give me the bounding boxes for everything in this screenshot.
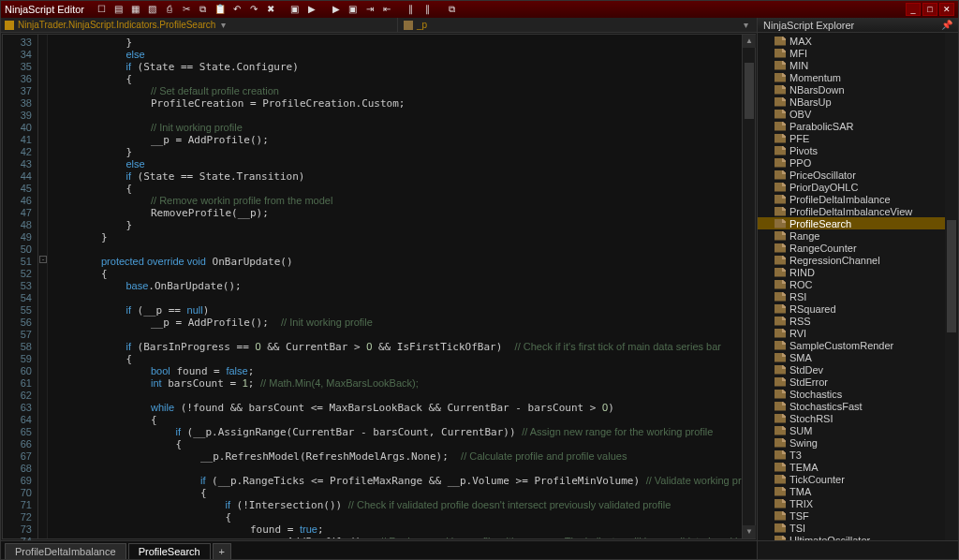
breadcrumb-path[interactable]: NinjaTrader.NinjaScript.Indicators.Profi… bbox=[18, 20, 215, 30]
explorer-item-label: StdDev bbox=[789, 364, 823, 376]
fold-column[interactable]: - bbox=[38, 35, 48, 538]
explorer-item-tsi[interactable]: TSI bbox=[758, 522, 958, 534]
new-icon[interactable]: ☐ bbox=[94, 4, 111, 15]
explorer-item-label: NBarsDown bbox=[789, 84, 845, 96]
paste-icon[interactable]: 📋 bbox=[212, 4, 229, 15]
saveall-icon[interactable]: ▧ bbox=[144, 4, 161, 15]
explorer-item-profilesearch[interactable]: ProfileSearch bbox=[758, 217, 958, 229]
scroll-thumb[interactable] bbox=[745, 63, 754, 119]
explorer-item-rind[interactable]: RIND bbox=[758, 266, 958, 278]
code-area[interactable]: 3334353637383940414243444546474849505152… bbox=[2, 34, 756, 539]
explorer-item-tema[interactable]: TEMA bbox=[758, 461, 958, 473]
stepin-icon[interactable]: ⇤ bbox=[378, 4, 395, 15]
run-icon[interactable]: ▶ bbox=[328, 4, 345, 15]
pin-icon[interactable]: 📌 bbox=[941, 20, 952, 30]
explorer-item-min[interactable]: MIN bbox=[758, 59, 958, 71]
breadcrumb-dropdown[interactable]: ▾ bbox=[215, 20, 230, 30]
member-selector[interactable]: _p ▾ bbox=[397, 18, 753, 32]
explorer-item-label: MFI bbox=[789, 48, 807, 59]
tab-add-button[interactable]: + bbox=[213, 543, 231, 559]
fold-toggle[interactable]: - bbox=[39, 256, 47, 263]
explorer-item-label: NBarsUp bbox=[789, 96, 832, 108]
cut-icon[interactable]: ✂ bbox=[178, 4, 195, 15]
explorer-item-nbarsdown[interactable]: NBarsDown bbox=[758, 83, 958, 96]
vs-icon[interactable]: ⧉ bbox=[444, 4, 461, 15]
file-icon bbox=[775, 85, 786, 95]
explorer-item-range[interactable]: Range bbox=[758, 229, 958, 242]
member-dropdown[interactable]: ▾ bbox=[738, 20, 753, 30]
explorer-item-swing[interactable]: Swing bbox=[758, 436, 958, 449]
explorer-item-stochasticsfast[interactable]: StochasticsFast bbox=[758, 400, 958, 412]
explorer-item-label: MIN bbox=[789, 60, 808, 71]
code-text[interactable]: } else if (State == State.Configure) { /… bbox=[48, 35, 742, 538]
explorer-item-profiledeltaimbalanceview[interactable]: ProfileDeltaImbalanceView bbox=[758, 205, 958, 217]
explorer-item-ultimateoscillator[interactable]: UltimateOscillator bbox=[758, 534, 958, 540]
save-icon[interactable]: ▦ bbox=[127, 4, 144, 15]
explorer-item-regressionchannel[interactable]: RegressionChannel bbox=[758, 254, 958, 266]
explorer-item-momentum[interactable]: Momentum bbox=[758, 71, 958, 83]
explorer-item-sum[interactable]: SUM bbox=[758, 424, 958, 436]
scroll-up-arrow[interactable]: ▲ bbox=[743, 35, 756, 48]
vertical-scrollbar[interactable]: ▲ ▼ bbox=[742, 35, 755, 538]
print-icon[interactable]: ⎙ bbox=[161, 4, 178, 15]
explorer-item-rsi[interactable]: RSI bbox=[758, 290, 958, 302]
explorer-item-trix[interactable]: TRIX bbox=[758, 497, 958, 509]
explorer-item-pivots[interactable]: Pivots bbox=[758, 144, 958, 156]
tab-profiledeltaimbalance[interactable]: ProfileDeltaImbalance bbox=[5, 543, 126, 559]
editor-panel: NinjaTrader.NinjaScript.Indicators.Profi… bbox=[1, 18, 758, 559]
explorer-tree[interactable]: MAXMFIMINMomentumNBarsDownNBarsUpOBVPara… bbox=[758, 33, 958, 540]
file-icon bbox=[775, 280, 786, 289]
redo-icon[interactable]: ↷ bbox=[245, 4, 262, 15]
comment-icon[interactable]: ▣ bbox=[287, 4, 303, 15]
explorer-item-parabolicsar[interactable]: ParabolicSAR bbox=[758, 120, 958, 132]
tab-profilesearch[interactable]: ProfileSearch bbox=[128, 543, 211, 559]
explorer-item-label: UltimateOscillator bbox=[789, 535, 870, 541]
close-button[interactable]: ✕ bbox=[939, 3, 954, 16]
explorer-item-priordayohlc[interactable]: PriorDayOHLC bbox=[758, 181, 958, 193]
outdent-icon[interactable]: ∥ bbox=[420, 4, 436, 15]
stepover-icon[interactable]: ⇥ bbox=[361, 4, 378, 15]
maximize-button[interactable]: □ bbox=[922, 3, 937, 16]
file-icon bbox=[775, 268, 786, 277]
explorer-item-tsf[interactable]: TSF bbox=[758, 509, 958, 522]
minimize-button[interactable]: _ bbox=[906, 3, 921, 16]
explorer-item-stddev[interactable]: StdDev bbox=[758, 363, 958, 376]
explorer-item-tickcounter[interactable]: TickCounter bbox=[758, 473, 958, 485]
explorer-item-t3[interactable]: T3 bbox=[758, 449, 958, 461]
explorer-item-profiledeltaimbalance[interactable]: ProfileDeltaImbalance bbox=[758, 193, 958, 205]
explorer-item-priceoscillator[interactable]: PriceOscillator bbox=[758, 169, 958, 181]
explorer-item-rvi[interactable]: RVI bbox=[758, 327, 958, 339]
explorer-item-rss[interactable]: RSS bbox=[758, 315, 958, 327]
explorer-item-rangecounter[interactable]: RangeCounter bbox=[758, 242, 958, 254]
indent-icon[interactable]: ∥ bbox=[403, 4, 420, 15]
uncomment-icon[interactable]: ▶ bbox=[303, 4, 320, 15]
explorer-item-stderror[interactable]: StdError bbox=[758, 376, 958, 388]
explorer-scrollbar[interactable] bbox=[945, 33, 958, 540]
explorer-item-max[interactable]: MAX bbox=[758, 35, 958, 47]
field-icon bbox=[404, 21, 413, 30]
copy-icon[interactable]: ⧉ bbox=[195, 4, 212, 15]
explorer-item-stochrsi[interactable]: StochRSI bbox=[758, 412, 958, 424]
compile-icon[interactable]: ▣ bbox=[345, 4, 361, 15]
explorer-item-tma[interactable]: TMA bbox=[758, 485, 958, 497]
explorer-item-mfi[interactable]: MFI bbox=[758, 47, 958, 59]
explorer-item-nbarsup[interactable]: NBarsUp bbox=[758, 96, 958, 108]
explorer-scroll-thumb[interactable] bbox=[947, 220, 956, 332]
undo-icon[interactable]: ↶ bbox=[229, 4, 245, 15]
explorer-item-samplecustomrender[interactable]: SampleCustomRender bbox=[758, 339, 958, 351]
member-name: _p bbox=[417, 20, 427, 30]
explorer-item-obv[interactable]: OBV bbox=[758, 108, 958, 120]
explorer-item-roc[interactable]: ROC bbox=[758, 278, 958, 290]
explorer-item-label: SUM bbox=[789, 425, 812, 436]
explorer-item-label: PFE bbox=[789, 133, 809, 144]
delete-icon[interactable]: ✖ bbox=[262, 4, 279, 15]
explorer-item-pfe[interactable]: PFE bbox=[758, 132, 958, 144]
explorer-item-ppo[interactable]: PPO bbox=[758, 156, 958, 169]
explorer-item-sma[interactable]: SMA bbox=[758, 351, 958, 363]
explorer-item-label: ROC bbox=[789, 279, 812, 290]
explorer-item-stochastics[interactable]: Stochastics bbox=[758, 388, 958, 400]
explorer-item-label: RSquared bbox=[789, 303, 836, 315]
explorer-item-rsquared[interactable]: RSquared bbox=[758, 302, 958, 315]
scroll-down-arrow[interactable]: ▼ bbox=[743, 525, 756, 538]
open-icon[interactable]: ▤ bbox=[111, 4, 127, 15]
